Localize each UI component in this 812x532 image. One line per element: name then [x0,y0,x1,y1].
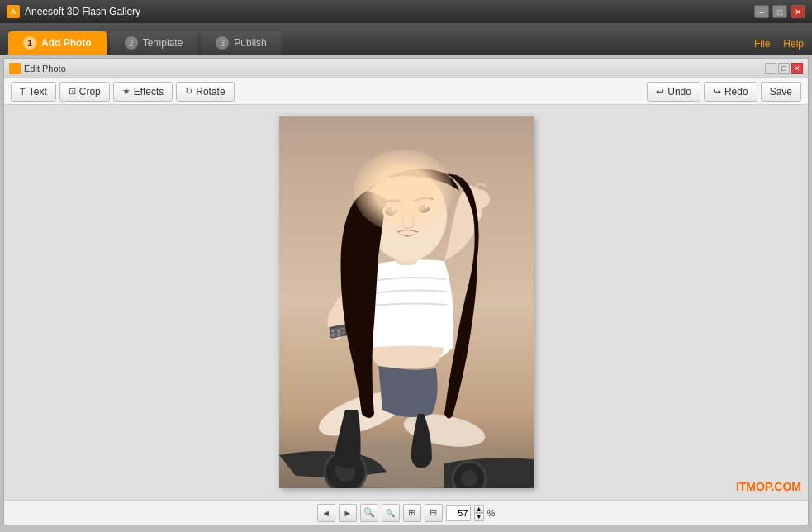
effects-tool-label: Effects [134,86,164,97]
edit-close-button[interactable]: ✕ [791,63,803,74]
bottom-bar: ◄ ► 🔍 🔍 ⊞ ⊟ ▲ ▼ % [4,500,808,525]
tab-label-template: Template [143,37,183,49]
edit-minimize-button[interactable]: – [765,63,776,74]
title-bar: A Aneesoft 3D Flash Gallery – □ ✕ [0,0,812,23]
next-button[interactable]: ► [339,504,357,522]
actual-icon: ⊟ [430,507,437,518]
zoom-in-button[interactable]: 🔍 [360,504,378,522]
maximize-button[interactable]: □ [772,5,787,18]
redo-icon: ↪ [713,86,721,97]
svg-point-16 [415,203,432,215]
crop-icon: ⊡ [69,86,76,97]
nav-menu: File Help [754,38,804,55]
edit-window-icon [9,63,21,74]
undo-button[interactable]: ↩ Undo [647,82,700,102]
percent-label: % [487,508,496,518]
svg-point-17 [418,205,430,213]
app-icon: A [7,5,20,18]
title-bar-controls: – □ ✕ [754,5,805,18]
edit-content: T Text ⊡ Crop ★ Effects ↻ Rotate ↩ Undo [4,78,808,525]
tab-label-add-photo: Add Photo [41,37,92,49]
photo-container [279,116,534,488]
tab-num-3: 3 [216,36,229,50]
text-tool-label: Text [29,86,47,97]
effects-tool-button[interactable]: ★ Effects [113,82,173,102]
toolbar-right: ↩ Undo ↪ Redo Save [647,82,801,102]
svg-point-18 [392,207,395,211]
text-icon: T [20,87,26,97]
save-button[interactable]: Save [761,82,801,102]
prev-button[interactable]: ◄ [317,504,335,522]
rotate-tool-label: Rotate [196,86,225,97]
zoom-up-button[interactable]: ▲ [474,505,484,513]
save-label: Save [770,86,792,97]
app-title: Aneesoft 3D Flash Gallery [25,6,754,17]
rotate-tool-button[interactable]: ↻ Rotate [176,82,234,102]
watermark: ITMOP.COM [736,480,801,493]
redo-button[interactable]: ↪ Redo [704,82,757,102]
redo-label: Redo [724,86,748,97]
actual-size-button[interactable]: ⊟ [425,504,443,522]
edit-window-title: Edit Photo [24,64,765,74]
crop-tool-button[interactable]: ⊡ Crop [59,82,110,102]
undo-icon: ↩ [656,86,664,97]
svg-point-23 [461,470,477,487]
undo-label: Undo [667,86,691,97]
edit-maximize-button[interactable]: □ [778,63,790,74]
text-tool-button[interactable]: T Text [11,82,56,102]
photo-svg [279,116,534,488]
edit-window-titlebar: Edit Photo – □ ✕ [4,59,808,78]
photo-image [279,116,534,488]
fit-button[interactable]: ⊞ [403,504,421,522]
edit-toolbar: T Text ⊡ Crop ★ Effects ↻ Rotate ↩ Undo [4,78,808,105]
menu-help[interactable]: Help [783,38,804,50]
tab-num-2: 2 [125,36,138,50]
fit-icon: ⊞ [408,507,415,518]
zoom-in-icon: 🔍 [363,507,375,518]
rotate-icon: ↻ [185,86,192,97]
zoom-input[interactable] [446,505,471,521]
effects-icon: ★ [122,86,131,97]
prev-icon: ◄ [321,508,330,518]
minimize-button[interactable]: – [754,5,769,18]
edit-window-controls: – □ ✕ [765,63,803,74]
edit-photo-window: Edit Photo – □ ✕ T Text ⊡ Crop ★ Effects… [3,58,809,525]
zoom-out-icon: 🔍 [386,509,395,517]
photo-canvas: ITMOP.COM [4,105,808,500]
nav-tab-add-photo[interactable]: 1 Add Photo [8,31,107,55]
menu-file[interactable]: File [754,38,770,50]
svg-point-19 [425,205,428,208]
close-button[interactable]: ✕ [791,5,805,18]
svg-point-15 [385,207,397,216]
next-icon: ► [343,508,352,518]
tab-num-1: 1 [23,36,36,50]
nav-tab-publish[interactable]: 3 Publish [201,31,281,55]
crop-tool-label: Crop [79,86,101,97]
nav-tab-template[interactable]: 2 Template [110,31,198,55]
nav-bar: 1 Add Photo 2 Template 3 Publish File He… [0,23,812,55]
svg-point-14 [382,206,399,217]
tab-label-publish: Publish [234,37,266,49]
zoom-out-button[interactable]: 🔍 [382,504,400,522]
zoom-down-button[interactable]: ▼ [474,513,484,521]
zoom-spinner: ▲ ▼ [474,505,484,521]
